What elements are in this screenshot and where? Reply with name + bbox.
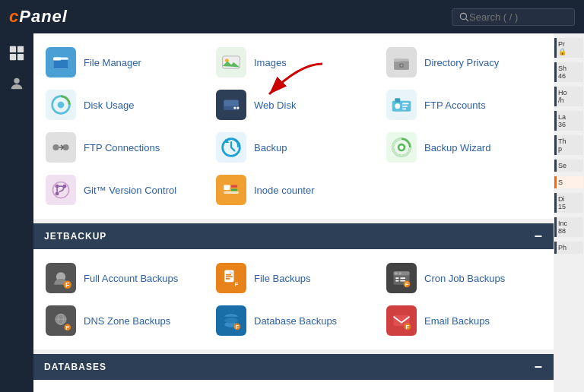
svg-rect-5 — [17, 54, 24, 60]
jetbackup-title: JETBACKUP — [44, 231, 106, 242]
svg-rect-2 — [10, 46, 16, 52]
sidebar-s-label: S — [558, 179, 582, 186]
git-item[interactable]: Git™ Version Control — [38, 169, 208, 211]
jetbackup-icon-grid: F Full Account Backups F File Backups F — [33, 249, 554, 349]
svg-point-6 — [14, 78, 19, 84]
ftp-connections-label: FTP Connections — [84, 142, 160, 153]
databases-collapse[interactable]: − — [534, 360, 543, 374]
svg-rect-9 — [53, 60, 68, 68]
disk-usage-icon — [46, 90, 76, 120]
sidebar-th-value: p — [558, 145, 582, 153]
sidebar-block-sh[interactable]: Sh 46 — [554, 62, 583, 82]
sidebar-block-ho[interactable]: Ho /h — [554, 87, 583, 106]
jb-db-label: Database Backups — [254, 315, 337, 327]
jb-db-item[interactable]: F Database Backups — [208, 299, 379, 342]
jb-email-label: Email Backups — [424, 315, 490, 327]
jb-dns-label: DNS Zone Backups — [84, 315, 170, 327]
svg-point-23 — [236, 106, 239, 109]
git-icon — [46, 175, 76, 205]
jb-full-label: Full Account Backups — [84, 273, 178, 284]
left-nav — [0, 33, 33, 392]
svg-point-17 — [400, 64, 402, 66]
layout: File Manager Images Director — [0, 33, 584, 392]
jetbackup-collapse[interactable]: − — [534, 229, 543, 243]
mysql-wizard-item[interactable]: ⚙ MySQL® Database Wizard — [379, 387, 549, 392]
disk-usage-item[interactable]: Disk Usage — [38, 84, 208, 126]
sidebar-block-inc[interactable]: Inc 88 — [554, 217, 583, 237]
users-nav-icon[interactable] — [5, 71, 29, 96]
backup-item[interactable]: Backup — [208, 126, 379, 169]
files-section: File Manager Images Director — [33, 33, 554, 219]
jb-cron-item[interactable]: F Cron Job Backups — [379, 257, 549, 299]
web-disk-icon — [216, 90, 246, 120]
svg-rect-45 — [231, 188, 237, 191]
sidebar-pr-icon: 🔒 — [558, 48, 582, 55]
svg-rect-43 — [224, 185, 230, 191]
sidebar-di-label: Di — [558, 195, 582, 203]
sidebar-block-pr[interactable]: Pr 🔒 — [554, 38, 583, 58]
sidebar-block-th[interactable]: Th p — [554, 135, 583, 155]
jb-email-item[interactable]: F Email Backups — [379, 299, 549, 342]
svg-text:F: F — [65, 281, 70, 289]
git-label: Git™ Version Control — [84, 185, 176, 196]
backup-icon — [216, 132, 246, 163]
svg-rect-51 — [226, 274, 231, 276]
sidebar-block-ph[interactable]: Ph — [554, 242, 583, 254]
sidebar-inc-label: Inc — [558, 220, 582, 227]
images-icon — [216, 47, 246, 77]
jb-dns-icon: F — [46, 305, 76, 336]
search-input[interactable] — [469, 11, 568, 23]
svg-rect-3 — [17, 46, 24, 52]
svg-line-1 — [465, 18, 468, 21]
images-label: Images — [254, 57, 287, 68]
mysql-item[interactable]: MySQL® Databases — [208, 387, 379, 392]
grid-nav-icon[interactable] — [5, 41, 29, 65]
sidebar-block-s[interactable]: S — [554, 176, 583, 188]
images-item[interactable]: Images — [208, 41, 379, 84]
jb-cron-label: Cron Job Backups — [424, 273, 505, 284]
ftp-connections-item[interactable]: FTP Connections — [38, 126, 208, 169]
svg-rect-21 — [224, 106, 239, 110]
jb-cron-icon: F — [386, 263, 417, 293]
svg-point-22 — [233, 106, 236, 109]
backup-wizard-item[interactable]: Backup Wizard — [379, 126, 549, 169]
sidebar-block-se[interactable]: Se — [554, 160, 583, 172]
jb-full-item[interactable]: F Full Account Backups — [38, 257, 208, 299]
svg-rect-15 — [394, 58, 400, 62]
web-disk-label: Web Disk — [254, 100, 296, 111]
jetbackup-header: JETBACKUP − — [33, 223, 554, 249]
file-manager-item[interactable]: File Manager — [38, 41, 208, 84]
svg-point-38 — [56, 191, 59, 195]
svg-point-25 — [395, 103, 400, 109]
ftp-accounts-item[interactable]: FTP Accounts — [379, 84, 549, 126]
file-manager-icon — [46, 47, 76, 77]
svg-point-0 — [460, 13, 466, 19]
svg-text:F: F — [235, 281, 239, 288]
svg-rect-4 — [10, 54, 16, 60]
web-disk-item[interactable]: Web Disk — [208, 84, 379, 126]
sidebar-se-label: Se — [558, 162, 582, 169]
inode-item[interactable]: Inode counter — [208, 169, 379, 211]
sidebar-block-di[interactable]: Di 15 — [554, 193, 583, 213]
file-manager-label: File Manager — [84, 57, 141, 68]
backup-label: Backup — [254, 142, 287, 153]
svg-rect-52 — [226, 276, 233, 277]
sidebar-la-label: La — [558, 113, 582, 121]
disk-usage-label: Disk Usage — [84, 100, 134, 111]
dir-privacy-item[interactable]: Directory Privacy — [379, 41, 549, 84]
jb-dns-item[interactable]: F DNS Zone Backups — [38, 299, 208, 342]
jb-file-item[interactable]: F File Backups — [208, 257, 379, 299]
header: cPanel — [0, 0, 584, 33]
search-icon — [459, 11, 469, 22]
sidebar-sh-label: Sh — [558, 65, 582, 72]
svg-rect-62 — [395, 280, 398, 282]
right-sidebar: Pr 🔒 Sh 46 Ho /h La 36 Th p Se S Di 15 — [554, 33, 584, 392]
svg-text:F: F — [235, 324, 239, 330]
svg-rect-27 — [402, 106, 408, 107]
databases-title: DATABASES — [44, 362, 106, 372]
phpmyadmin-item[interactable]: php phpMyAdmin — [38, 387, 208, 392]
search-box[interactable] — [452, 8, 575, 26]
databases-header: DATABASES − — [33, 354, 554, 380]
sidebar-block-la[interactable]: La 36 — [554, 111, 583, 131]
svg-point-59 — [399, 272, 402, 275]
